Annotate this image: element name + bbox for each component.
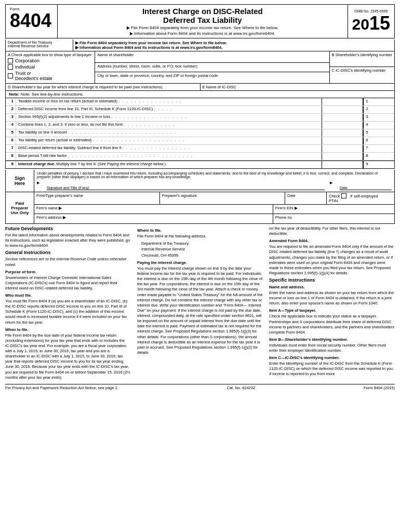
line6-desc-text: Tax liability per return (actual or esti… [18, 138, 91, 142]
de-row: D Shareholder's tax year for which inter… [5, 84, 395, 91]
b-identifying-number[interactable]: B Shareholder's identifying number [330, 51, 395, 67]
checkbox-trust[interactable]: Trust orDecedent's estate [8, 71, 92, 81]
section-a-label: A Check applicable box to show type of t… [8, 52, 92, 57]
dept-line1: Department of the Treasury [8, 41, 71, 44]
sig-label: Signature and Title (if any) [47, 186, 325, 190]
dept-info: Department of the Treasury Internal Reve… [6, 39, 73, 51]
general-heading: General Instructions [5, 250, 131, 255]
preparer-check-cell[interactable]: Check if self-employed PTIN [327, 192, 394, 204]
form-instructions-ref: ▶ File Form 8404 separately from your in… [73, 39, 394, 51]
line7-box: 7 [363, 145, 394, 152]
checkbox-individual[interactable]: Individual [8, 64, 92, 70]
sign-right-block: Under penalties of perjury, I declare th… [34, 170, 394, 192]
preparer-date-cell[interactable]: Date [285, 192, 327, 204]
firm-phone-cell[interactable]: Phone no. [273, 214, 394, 223]
line1-desc-text: Taxable income or loss on tax return (ac… [18, 99, 117, 103]
itemc-heading: Item C—IC-DISC's identifying number. [269, 355, 395, 360]
firm-ein-label: Firm's EIN ▶ [275, 206, 298, 210]
line9-input[interactable] [322, 161, 363, 168]
line-desc-7: DISC-related deferred tax liability. Sub… [16, 145, 322, 152]
form-line-3: 3 Section 995(f)(2) adjustments to line … [6, 114, 394, 122]
preparer-name-cell[interactable]: Print/Type preparer's name [34, 192, 160, 204]
form-title-line1: Interest Charge on DISC-Related [60, 7, 345, 16]
line-desc-8: Base period T-bill rate factor . . . . .… [16, 153, 322, 160]
form-subtitle2: ▶ Information about Form 8404 and its in… [60, 31, 345, 36]
firm-ein-cell[interactable]: Firm's EIN ▶ [273, 205, 394, 214]
line7-input[interactable] [322, 145, 363, 152]
e-label: E Name of IC-DISC [203, 85, 236, 89]
itemc-text: Enter the identifying number of the IC-D… [269, 361, 395, 377]
b-label: B Shareholder's identifying number [332, 52, 393, 57]
signature-field[interactable]: Signature and Title (if any) [47, 181, 325, 190]
addr-line1: Department of the Treasury [141, 241, 263, 246]
sign-fields-row: ▶ Signature and Title (if any) ▶ Date [37, 181, 392, 190]
firm-address-cell[interactable]: Firm's address ▶ [34, 214, 273, 223]
self-employed-checkbox[interactable] [341, 193, 346, 198]
itemb-text: Individuals must enter their social secu… [269, 343, 395, 353]
individual-checkbox[interactable] [8, 64, 13, 70]
phone-label: Phone no. [275, 215, 293, 220]
sign-date-field[interactable]: Date [340, 181, 392, 190]
line-desc-4: Combine lines 1, 2, and 3. If zero or le… [16, 122, 322, 129]
sign-section: SignHere Under penalties of perjury, I d… [5, 170, 395, 192]
instructions-section: Future Developments For the latest infor… [5, 226, 395, 382]
line3-input[interactable] [322, 114, 363, 121]
shareholder-name-field[interactable]: Name of shareholder [95, 51, 329, 63]
preparer-section: PaidPreparerUse Only Print/Type preparer… [5, 192, 395, 224]
corporation-label: Corporation [15, 58, 39, 63]
specific-heading: Specific Instructions [269, 277, 395, 283]
line-desc-2: Deferred DISC income from line 10, Part … [16, 106, 322, 113]
line2-box: 2 [363, 106, 394, 113]
instr-col2: Where to file. File Form 8404 at the fol… [134, 226, 266, 382]
line-num-8: 8 [6, 153, 16, 160]
firm-name-label: Firm's name ▶ [36, 206, 62, 210]
trust-checkbox[interactable] [8, 73, 13, 78]
form-line-4: 4 Combine lines 1, 2, and 3. If zero or … [6, 122, 394, 129]
date-label: Date [340, 186, 392, 190]
line6-input[interactable] [322, 137, 363, 144]
when-heading: When to file. [5, 327, 131, 332]
city-field[interactable]: City or town, state or province, country… [95, 72, 329, 82]
c-identifying-number[interactable]: C IC-DISC's identifying number [330, 67, 395, 80]
preparer-row3: Firm's address ▶ Phone no. [34, 214, 394, 223]
firm-address-label: Firm's address ▶ [36, 215, 66, 220]
checkbox-corporation[interactable]: Corporation [8, 58, 92, 63]
line6-box: 6 [363, 137, 394, 144]
preparer-sig-label: Preparer's signature [162, 193, 197, 198]
line4-box: 4 [363, 122, 394, 129]
paying-text: You must pay the interest charge shown o… [137, 266, 263, 355]
self-employed-label: self-employed [354, 194, 378, 198]
form-subtitle1: ▶ File Form 8404 separately from your in… [60, 25, 345, 30]
firm-name-cell[interactable]: Firm's name ▶ [34, 205, 273, 214]
form-line-5: 5 Tax liability on line 4 amount . . . .… [6, 129, 394, 137]
where-text: File Form 8404 at the following address. [137, 234, 263, 239]
e-cell[interactable]: E Name of IC-DISC [201, 84, 395, 90]
line4-input[interactable] [322, 122, 363, 129]
preparer-sig-cell[interactable]: Preparer's signature [160, 192, 286, 204]
line2-dots: . . . . . [154, 107, 172, 111]
line4-desc-text: Combine lines 1, 2, and 3. If zero or le… [18, 122, 123, 127]
line2-input[interactable] [322, 106, 363, 113]
addr-line2: Internal Revenue Service [141, 246, 263, 252]
form-line-2: 2 Deferred DISC income from line 10, Par… [6, 106, 394, 114]
main-form: Note: Note: See line-by-line instruction… [5, 91, 395, 169]
line-num-4: 4 [6, 122, 16, 129]
form-number: 8404 [10, 11, 53, 30]
address-field[interactable]: Address (number, street, room, suite, or… [95, 63, 329, 72]
line-num-5: 5 [6, 129, 16, 137]
line5-input[interactable] [322, 129, 363, 137]
d-cell[interactable]: D Shareholder's tax year for which inter… [6, 84, 201, 90]
form-number-block: Form 8404 [6, 5, 58, 38]
form-line-9: 9 Interest charge due. Multiply line 7 b… [6, 161, 394, 168]
line-desc-9: Interest charge due. Multiply line 7 by … [16, 161, 322, 168]
form-line-6: 6 Tax liability per return (actual or es… [6, 137, 394, 145]
line8-input[interactable] [322, 153, 363, 160]
line1-input[interactable] [322, 98, 363, 105]
itema-heading: Item A—Type of taxpayer. [269, 308, 395, 313]
line5-dots: . . . . . . . . . . . . . . . . . . . . … [68, 130, 177, 134]
future-heading: Future Developments [5, 226, 131, 231]
when-text: File Form 8404 by the due date of your f… [5, 333, 131, 380]
trust-label: Trust orDecedent's estate [15, 71, 52, 81]
corporation-checkbox[interactable] [8, 58, 13, 63]
amended-heading-bold: Amended Form 8404. [269, 238, 309, 243]
